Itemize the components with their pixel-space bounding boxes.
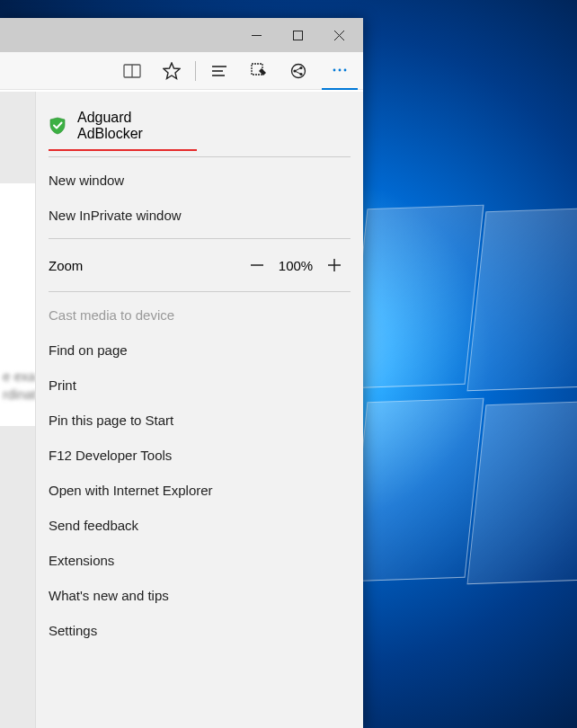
menu-item-new-inprivate[interactable]: New InPrivate window xyxy=(49,198,351,233)
menu-item-find-on-page[interactable]: Find on page xyxy=(49,333,351,368)
windows-logo-pane xyxy=(348,398,484,582)
window-titlebar xyxy=(0,18,363,52)
menu-separator xyxy=(49,291,351,292)
windows-logo-pane xyxy=(466,208,577,392)
adguard-shield-icon xyxy=(49,117,67,135)
menu-item-open-ie[interactable]: Open with Internet Explorer xyxy=(49,473,351,508)
menu-item-whats-new[interactable]: What's new and tips xyxy=(49,578,351,613)
menu-item-dev-tools[interactable]: F12 Developer Tools xyxy=(49,438,351,473)
zoom-value: 100% xyxy=(273,258,318,273)
menu-item-extension[interactable]: Adguard AdBlocker xyxy=(49,101,197,151)
close-button[interactable] xyxy=(318,22,360,49)
menu-separator xyxy=(49,156,351,157)
zoom-label: Zoom xyxy=(49,258,241,273)
hub-icon[interactable] xyxy=(203,55,235,87)
edge-browser-window: e exa rdinat Adguard AdBlocker New windo… xyxy=(0,18,363,728)
page-content-sliver: e exa rdinat xyxy=(0,92,35,728)
edge-more-menu: Adguard AdBlocker New window New InPriva… xyxy=(35,92,363,728)
svg-marker-6 xyxy=(164,63,180,79)
extension-name: Adguard AdBlocker xyxy=(77,110,197,142)
svg-point-18 xyxy=(339,68,342,71)
svg-line-15 xyxy=(295,67,301,71)
menu-item-settings[interactable]: Settings xyxy=(49,613,351,648)
menu-item-cast: Cast media to device xyxy=(49,297,351,333)
favorite-star-icon[interactable] xyxy=(155,55,188,87)
menu-item-new-window[interactable]: New window xyxy=(49,163,351,198)
more-button[interactable] xyxy=(322,52,358,90)
svg-line-16 xyxy=(295,71,301,75)
toolbar-separator xyxy=(195,61,196,81)
web-note-icon[interactable] xyxy=(243,55,275,87)
menu-separator xyxy=(49,238,351,239)
page-card: e exa rdinat xyxy=(0,183,37,426)
maximize-button[interactable] xyxy=(277,22,318,49)
svg-point-19 xyxy=(344,68,347,71)
reading-view-icon[interactable] xyxy=(116,55,148,87)
blurred-text: e exa rdinat xyxy=(0,368,37,404)
svg-rect-1 xyxy=(293,31,302,40)
menu-item-extensions[interactable]: Extensions xyxy=(49,543,351,578)
zoom-out-button[interactable] xyxy=(241,257,273,273)
menu-item-send-feedback[interactable]: Send feedback xyxy=(49,508,351,543)
share-icon[interactable] xyxy=(282,55,315,87)
menu-item-pin-to-start[interactable]: Pin this page to Start xyxy=(49,403,351,438)
menu-item-print[interactable]: Print xyxy=(49,368,351,403)
menu-item-zoom: Zoom 100% xyxy=(49,244,351,286)
edge-toolbar xyxy=(0,52,363,90)
windows-logo-pane xyxy=(348,205,484,389)
zoom-in-button[interactable] xyxy=(318,257,351,273)
minimize-button[interactable] xyxy=(235,22,277,49)
svg-point-17 xyxy=(333,68,336,71)
windows-logo-pane xyxy=(466,401,577,585)
